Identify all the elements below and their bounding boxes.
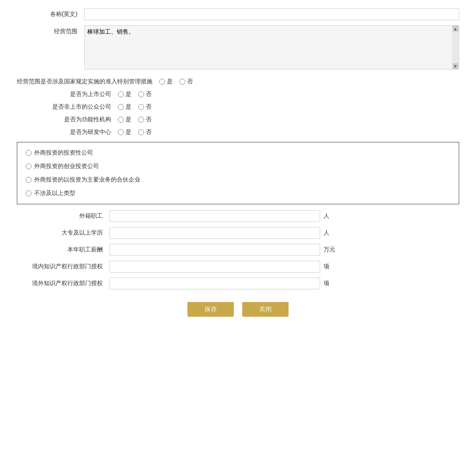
investment-type-box: 外商投资的投资性公司 外商投资的创业投资公司 外商投资的以投资为主要业务的合伙企… [17,142,459,204]
investment-option-1-radio[interactable] [26,150,32,156]
public-unlisted-label: 是否非上市的公众公司 [17,103,118,111]
investment-option-4-item: 不涉及以上类型 [26,190,450,197]
domestic-ip-row: 境内知识产权行政部门授权 项 [17,261,459,273]
special-management-no-radio[interactable] [179,79,185,85]
investment-option-1-item: 外商投资的投资性公司 [26,149,450,157]
yes-text-5: 是 [126,128,131,136]
functional-no-label[interactable]: 否 [138,116,152,123]
rnd-yes-label[interactable]: 是 [118,128,131,136]
form-container: 各称(英文) 经营范围 棒球加工、销售。 ▲ ▼ 经营范围是否涉及国家规定实施的… [17,8,459,317]
yes-text-3: 是 [126,103,131,111]
rnd-radio-group: 是 否 [118,128,156,136]
listed-yes-label[interactable]: 是 [118,91,131,98]
special-management-yes-radio[interactable] [159,79,165,85]
special-management-no-label[interactable]: 否 [179,78,193,86]
investment-option-3-item: 外商投资的以投资为主要业务的合伙企业 [26,176,450,184]
annual-salary-input[interactable] [110,244,320,256]
rnd-label: 是否为研发中心 [17,128,118,136]
business-scope-textarea-wrapper: 棒球加工、销售。 ▲ ▼ [84,25,459,69]
yes-text-1: 是 [167,78,173,86]
name-en-label: 各称(英文) [17,11,84,18]
investment-option-2-text: 外商投资的创业投资公司 [34,163,99,170]
investment-option-3-text: 外商投资的以投资为主要业务的合伙企业 [34,176,140,184]
listed-row: 是否为上市公司 是 否 [17,91,459,98]
foreign-ip-row: 境外知识产权行政部门授权 项 [17,278,459,289]
listed-no-radio[interactable] [138,91,144,97]
college-above-input[interactable] [110,227,320,239]
no-text-3: 否 [146,103,152,111]
rnd-row: 是否为研发中心 是 否 [17,128,459,136]
domestic-ip-unit: 项 [320,263,329,270]
foreign-workers-unit: 人 [320,212,329,220]
close-button[interactable]: 关闭 [242,302,289,317]
domestic-ip-label: 境内知识产权行政部门授权 [17,263,110,270]
annual-salary-label: 本年职工薪酬 [17,246,110,254]
special-management-row: 经营范围是否涉及国家规定实施的准入特别管理措施 是 否 [17,78,459,86]
domestic-ip-input[interactable] [110,261,320,273]
functional-yes-radio[interactable] [118,117,124,123]
foreign-workers-label: 外籍职工 [17,212,110,220]
business-scope-textarea[interactable]: 棒球加工、销售。 [85,26,459,68]
investment-option-1-text: 外商投资的投资性公司 [34,149,93,157]
button-row: 保存 关闭 [17,302,459,317]
investment-option-4-label[interactable]: 不涉及以上类型 [26,190,75,197]
no-text-5: 否 [146,128,152,136]
college-above-unit: 人 [320,229,329,237]
save-button[interactable]: 保存 [187,302,234,317]
name-en-row: 各称(英文) [17,8,459,20]
name-en-input[interactable] [84,8,459,20]
functional-radio-group: 是 否 [118,116,156,123]
listed-radio-group: 是 否 [118,91,156,98]
public-unlisted-row: 是否非上市的公众公司 是 否 [17,103,459,111]
public-unlisted-yes-radio[interactable] [118,104,124,110]
special-management-yes-label[interactable]: 是 [159,78,173,86]
investment-option-4-text: 不涉及以上类型 [34,190,75,197]
college-above-label: 大专及以上学历 [17,229,110,237]
foreign-ip-input[interactable] [110,278,320,289]
foreign-ip-label: 境外知识产权行政部门授权 [17,280,110,287]
public-unlisted-no-label[interactable]: 否 [138,103,152,111]
no-text-4: 否 [146,116,152,123]
functional-yes-label[interactable]: 是 [118,116,131,123]
foreign-ip-unit: 项 [320,280,329,287]
rnd-no-radio[interactable] [138,129,144,135]
investment-option-1-label[interactable]: 外商投资的投资性公司 [26,149,93,157]
investment-option-3-radio[interactable] [26,177,32,183]
yes-text-4: 是 [126,116,131,123]
listed-no-label[interactable]: 否 [138,91,152,98]
investment-option-4-radio[interactable] [26,190,32,196]
special-management-radio-group: 是 否 [159,78,197,86]
functional-row: 是否为功能性机构 是 否 [17,116,459,123]
yes-text-2: 是 [126,91,131,98]
functional-no-radio[interactable] [138,117,144,123]
annual-salary-unit: 万元 [320,246,335,254]
foreign-workers-row: 外籍职工 人 [17,210,459,222]
business-scope-row: 经营范围 棒球加工、销售。 ▲ ▼ [17,25,459,69]
foreign-workers-input[interactable] [110,210,320,222]
public-unlisted-no-radio[interactable] [138,104,144,110]
scroll-up-arrow[interactable]: ▲ [452,26,458,32]
business-scope-label: 经营范围 [17,25,84,35]
investment-option-2-item: 外商投资的创业投资公司 [26,163,450,170]
no-text-2: 否 [146,91,152,98]
annual-salary-row: 本年职工薪酬 万元 [17,244,459,256]
rnd-no-label[interactable]: 否 [138,128,152,136]
special-management-label: 经营范围是否涉及国家规定实施的准入特别管理措施 [17,78,159,86]
scroll-down-arrow[interactable]: ▼ [452,63,458,69]
investment-option-3-label[interactable]: 外商投资的以投资为主要业务的合伙企业 [26,176,140,184]
no-text-1: 否 [187,78,193,86]
functional-label: 是否为功能性机构 [17,116,118,123]
investment-option-2-radio[interactable] [26,163,32,169]
investment-option-2-label[interactable]: 外商投资的创业投资公司 [26,163,99,170]
public-unlisted-yes-label[interactable]: 是 [118,103,131,111]
rnd-yes-radio[interactable] [118,129,124,135]
textarea-scrollbar[interactable]: ▲ ▼ [452,26,459,69]
listed-yes-radio[interactable] [118,91,124,97]
public-unlisted-radio-group: 是 否 [118,103,156,111]
college-above-row: 大专及以上学历 人 [17,227,459,239]
listed-label: 是否为上市公司 [17,91,118,98]
